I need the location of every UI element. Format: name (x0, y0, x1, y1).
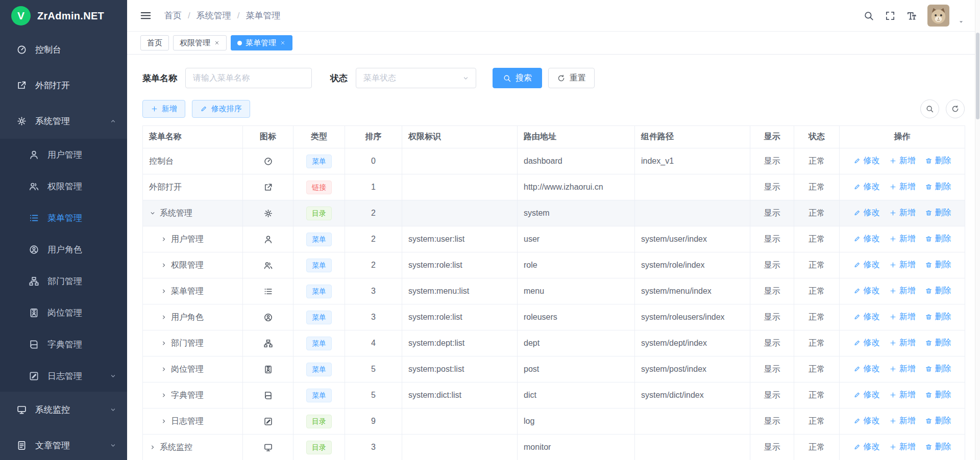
expand-right-icon[interactable] (160, 418, 167, 425)
delete-link[interactable]: 删除 (925, 260, 951, 270)
sidebar-item-dict-mgmt[interactable]: 字典管理 (0, 328, 127, 360)
edit-link[interactable]: 修改 (853, 338, 880, 348)
font-size-icon[interactable] (906, 10, 917, 21)
external-link-icon (263, 183, 273, 192)
edit-link[interactable]: 修改 (853, 260, 880, 270)
edit-link[interactable]: 修改 (853, 312, 880, 322)
sidebar-item-user-role[interactable]: 用户角色 (0, 234, 127, 265)
avatar[interactable] (927, 5, 949, 27)
breadcrumb-item[interactable]: 系统管理 (197, 10, 231, 21)
edit-link[interactable]: 修改 (853, 364, 880, 374)
edit-link[interactable]: 修改 (853, 156, 880, 166)
delete-link[interactable]: 删除 (925, 234, 951, 244)
sort-cell: 1 (345, 174, 402, 200)
close-icon[interactable] (214, 40, 220, 46)
breadcrumb-item[interactable]: 首页 (164, 10, 182, 21)
type-badge: 目录 (306, 207, 332, 220)
chevron-right-icon (160, 340, 167, 347)
search-icon[interactable] (863, 10, 874, 21)
delete-link[interactable]: 删除 (925, 208, 951, 218)
edit-link[interactable]: 修改 (853, 442, 880, 452)
scrollbar-thumb[interactable] (976, 33, 979, 119)
add-link[interactable]: 新增 (889, 286, 916, 296)
hamburger-icon[interactable] (139, 9, 152, 22)
sidebar-item-role-mgmt[interactable]: 权限管理 (0, 170, 127, 202)
add-link[interactable]: 新增 (889, 390, 916, 400)
edit-link[interactable]: 修改 (853, 416, 880, 426)
search-icon[interactable] (920, 99, 939, 118)
avatar-image (927, 5, 949, 27)
sidebar-item-user-mgmt[interactable]: 用户管理 (0, 139, 127, 170)
expand-right-icon[interactable] (160, 314, 167, 321)
tab-home[interactable]: 首页 (140, 35, 169, 50)
refresh-icon[interactable] (946, 99, 965, 118)
expand-right-icon[interactable] (160, 262, 167, 269)
delete-link[interactable]: 删除 (925, 156, 951, 166)
breadcrumb-item[interactable]: 菜单管理 (246, 10, 280, 21)
delete-link[interactable]: 删除 (925, 390, 951, 400)
delete-link[interactable]: 删除 (925, 312, 951, 322)
add-link[interactable]: 新增 (889, 208, 916, 218)
edit-link[interactable]: 修改 (853, 390, 880, 400)
type-badge: 菜单 (306, 233, 332, 246)
delete-link[interactable]: 删除 (925, 338, 951, 348)
edit-icon (853, 313, 861, 321)
tab-role-mgmt[interactable]: 权限管理 (173, 35, 227, 50)
edit-link[interactable]: 修改 (853, 208, 880, 218)
status-cell: 正常 (794, 356, 840, 382)
expand-right-icon[interactable] (160, 288, 167, 295)
expand-down-icon[interactable] (149, 210, 156, 217)
edit-link[interactable]: 修改 (853, 234, 880, 244)
edit-icon (853, 261, 861, 269)
sidebar-item-external-open[interactable]: 外部打开 (0, 67, 127, 103)
add-link[interactable]: 新增 (889, 260, 916, 270)
menu-name-input[interactable] (185, 68, 312, 88)
tab-bar: 首页权限管理菜单管理 (127, 32, 980, 55)
sidebar-item-log-mgmt[interactable]: 日志管理 (0, 360, 127, 392)
sidebar-item-article-mgmt[interactable]: 文章管理 (0, 427, 127, 460)
add-button[interactable]: 新增 (142, 100, 185, 118)
add-link[interactable]: 新增 (889, 312, 916, 322)
route-cell: dashboard (518, 148, 635, 174)
expand-right-icon[interactable] (160, 392, 167, 399)
org-tree-icon (263, 339, 273, 348)
add-link[interactable]: 新增 (889, 234, 916, 244)
add-link[interactable]: 新增 (889, 442, 916, 452)
external-link-icon (16, 80, 27, 91)
search-button[interactable]: 搜索 (493, 68, 542, 88)
delete-link[interactable]: 删除 (925, 364, 951, 374)
sidebar-item-post-mgmt[interactable]: 岗位管理 (0, 297, 127, 328)
add-link[interactable]: 新增 (889, 338, 916, 348)
fullscreen-icon[interactable] (885, 10, 896, 21)
expand-right-icon[interactable] (160, 366, 167, 373)
sidebar-item-system-mgmt[interactable]: 系统管理 (0, 103, 127, 139)
delete-link[interactable]: 删除 (925, 286, 951, 296)
expand-right-icon[interactable] (160, 236, 167, 243)
tab-menu-mgmt[interactable]: 菜单管理 (231, 35, 292, 50)
close-icon[interactable] (280, 40, 286, 46)
expand-right-icon[interactable] (149, 444, 156, 451)
add-link[interactable]: 新增 (889, 182, 916, 192)
sidebar-item-system-monitor[interactable]: 系统监控 (0, 392, 127, 427)
actions-cell: 修改新增删除 (840, 252, 965, 278)
sidebar-item-dept-mgmt[interactable]: 部门管理 (0, 265, 127, 297)
modify-sort-button[interactable]: 修改排序 (192, 100, 250, 118)
sidebar-item-console[interactable]: 控制台 (0, 32, 127, 67)
sidebar-item-menu-mgmt[interactable]: 菜单管理 (0, 202, 127, 234)
reset-button[interactable]: 重置 (548, 68, 595, 88)
caret-down-icon[interactable] (958, 17, 965, 27)
add-link[interactable]: 新增 (889, 416, 916, 426)
menu-type-cell: 链接 (293, 174, 345, 200)
edit-link[interactable]: 修改 (853, 286, 880, 296)
status-select[interactable]: 菜单状态 (356, 68, 476, 88)
add-link[interactable]: 新增 (889, 156, 916, 166)
menu-name-label: 菜单名称 (142, 72, 177, 84)
edit-link[interactable]: 修改 (853, 182, 880, 192)
add-link[interactable]: 新增 (889, 364, 916, 374)
menu-name: 菜单管理 (171, 286, 204, 297)
delete-link[interactable]: 删除 (925, 442, 951, 452)
expand-right-icon[interactable] (160, 340, 167, 347)
delete-link[interactable]: 删除 (925, 416, 951, 426)
plus-icon (151, 105, 158, 113)
delete-link[interactable]: 删除 (925, 182, 951, 192)
